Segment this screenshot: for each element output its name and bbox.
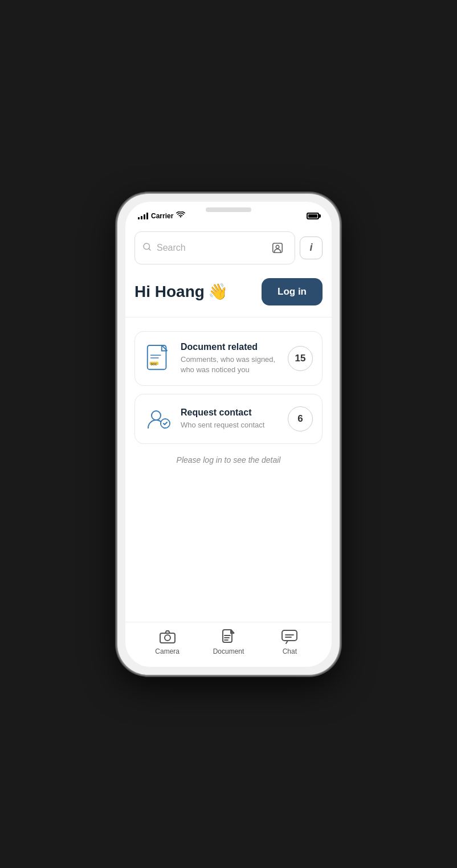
contact-notif-desc: Who sent request contact xyxy=(181,420,280,430)
status-right xyxy=(307,213,319,219)
status-left: Carrier xyxy=(138,211,185,220)
hi-hoang-text: Hi Hoang xyxy=(134,283,205,301)
document-related-card[interactable]: DOC Document related Comments, who was s… xyxy=(134,331,323,386)
status-bar: Carrier xyxy=(125,202,332,227)
notifications-section: DOC Document related Comments, who was s… xyxy=(134,331,323,444)
svg-rect-17 xyxy=(282,630,297,641)
search-placeholder: Search xyxy=(157,243,263,253)
document-notif-title: Document related xyxy=(181,342,280,352)
search-bar: Search i xyxy=(134,231,323,264)
chat-tab-label: Chat xyxy=(283,647,297,655)
document-icon: DOC xyxy=(146,344,171,373)
contact-search-icon[interactable] xyxy=(267,238,288,258)
chat-icon xyxy=(281,629,297,645)
document-icon-wrap: DOC xyxy=(144,344,173,373)
tab-chat[interactable]: Chat xyxy=(272,629,307,655)
info-icon: i xyxy=(309,242,312,254)
contact-notif-badge: 6 xyxy=(288,406,313,431)
greeting-text: Hi Hoang 👋 xyxy=(134,282,228,301)
login-hint: Please log in to see the detail xyxy=(134,455,323,464)
search-input-wrap[interactable]: Search xyxy=(134,231,295,264)
signal-icon xyxy=(138,213,148,219)
greeting-row: Hi Hoang 👋 Log in xyxy=(134,278,323,305)
login-button[interactable]: Log in xyxy=(262,278,323,305)
document-notif-badge: 15 xyxy=(288,346,313,371)
document-tab-icon xyxy=(221,629,236,645)
svg-point-8 xyxy=(152,411,161,420)
info-icon-button[interactable]: i xyxy=(300,237,323,259)
app-content: Search i Hi Hoang � xyxy=(125,227,332,622)
search-icon xyxy=(142,242,152,254)
svg-point-12 xyxy=(165,635,170,641)
contact-icon-wrap xyxy=(144,405,173,433)
contact-notif-text: Request contact Who sent request contact xyxy=(181,407,280,430)
camera-tab-label: Camera xyxy=(155,647,179,655)
document-notif-text: Document related Comments, who was signe… xyxy=(181,342,280,375)
wave-emoji: 👋 xyxy=(208,282,228,301)
phone-shell: Carrier xyxy=(117,194,340,675)
wifi-icon xyxy=(176,211,185,220)
svg-text:DOC: DOC xyxy=(151,363,157,366)
request-contact-card[interactable]: Request contact Who sent request contact… xyxy=(134,394,323,444)
tab-document[interactable]: Document xyxy=(211,629,246,655)
tab-camera[interactable]: Camera xyxy=(150,629,185,655)
notch-area xyxy=(206,207,251,212)
document-notif-desc: Comments, who was signed, who was notice… xyxy=(181,354,280,375)
svg-point-2 xyxy=(276,245,279,248)
contact-notif-title: Request contact xyxy=(181,407,280,418)
document-tab-label: Document xyxy=(213,647,244,655)
battery-icon xyxy=(307,213,319,219)
camera-icon xyxy=(160,629,176,645)
phone-inner: Carrier xyxy=(125,202,332,667)
section-divider xyxy=(125,317,332,317)
tab-bar: Camera Document xyxy=(125,622,332,667)
carrier-label: Carrier xyxy=(151,212,173,220)
contact-request-icon xyxy=(146,406,171,431)
